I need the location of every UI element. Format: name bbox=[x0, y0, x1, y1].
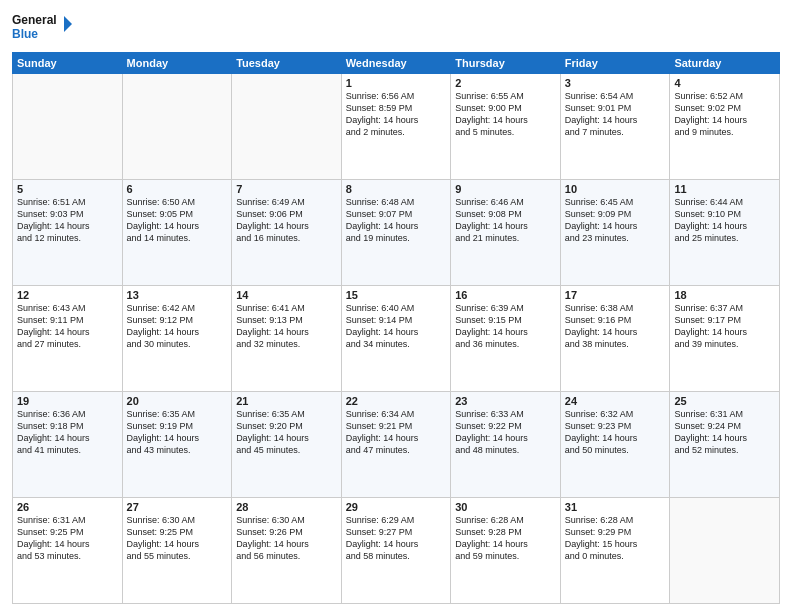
day-number: 1 bbox=[346, 77, 447, 89]
day-number: 11 bbox=[674, 183, 775, 195]
calendar-cell bbox=[670, 498, 780, 604]
calendar-cell: 31Sunrise: 6:28 AM Sunset: 9:29 PM Dayli… bbox=[560, 498, 670, 604]
day-number: 31 bbox=[565, 501, 666, 513]
calendar-cell: 27Sunrise: 6:30 AM Sunset: 9:25 PM Dayli… bbox=[122, 498, 232, 604]
calendar-cell: 22Sunrise: 6:34 AM Sunset: 9:21 PM Dayli… bbox=[341, 392, 451, 498]
cell-text: Sunrise: 6:56 AM Sunset: 8:59 PM Dayligh… bbox=[346, 90, 447, 139]
cell-text: Sunrise: 6:28 AM Sunset: 9:29 PM Dayligh… bbox=[565, 514, 666, 563]
calendar-cell: 18Sunrise: 6:37 AM Sunset: 9:17 PM Dayli… bbox=[670, 286, 780, 392]
cell-text: Sunrise: 6:55 AM Sunset: 9:00 PM Dayligh… bbox=[455, 90, 556, 139]
calendar-cell: 11Sunrise: 6:44 AM Sunset: 9:10 PM Dayli… bbox=[670, 180, 780, 286]
calendar-cell bbox=[122, 74, 232, 180]
cell-text: Sunrise: 6:33 AM Sunset: 9:22 PM Dayligh… bbox=[455, 408, 556, 457]
day-number: 7 bbox=[236, 183, 337, 195]
calendar-cell: 10Sunrise: 6:45 AM Sunset: 9:09 PM Dayli… bbox=[560, 180, 670, 286]
calendar-cell: 19Sunrise: 6:36 AM Sunset: 9:18 PM Dayli… bbox=[13, 392, 123, 498]
day-number: 10 bbox=[565, 183, 666, 195]
weekday-header-row: SundayMondayTuesdayWednesdayThursdayFrid… bbox=[13, 53, 780, 74]
cell-text: Sunrise: 6:49 AM Sunset: 9:06 PM Dayligh… bbox=[236, 196, 337, 245]
cell-text: Sunrise: 6:40 AM Sunset: 9:14 PM Dayligh… bbox=[346, 302, 447, 351]
calendar-cell: 25Sunrise: 6:31 AM Sunset: 9:24 PM Dayli… bbox=[670, 392, 780, 498]
day-number: 14 bbox=[236, 289, 337, 301]
calendar-cell: 29Sunrise: 6:29 AM Sunset: 9:27 PM Dayli… bbox=[341, 498, 451, 604]
calendar-week-2: 5Sunrise: 6:51 AM Sunset: 9:03 PM Daylig… bbox=[13, 180, 780, 286]
day-number: 16 bbox=[455, 289, 556, 301]
cell-text: Sunrise: 6:31 AM Sunset: 9:25 PM Dayligh… bbox=[17, 514, 118, 563]
cell-text: Sunrise: 6:51 AM Sunset: 9:03 PM Dayligh… bbox=[17, 196, 118, 245]
calendar-cell: 3Sunrise: 6:54 AM Sunset: 9:01 PM Daylig… bbox=[560, 74, 670, 180]
day-number: 28 bbox=[236, 501, 337, 513]
calendar-cell bbox=[232, 74, 342, 180]
svg-marker-2 bbox=[64, 16, 72, 32]
weekday-header-wednesday: Wednesday bbox=[341, 53, 451, 74]
day-number: 9 bbox=[455, 183, 556, 195]
day-number: 26 bbox=[17, 501, 118, 513]
calendar-table: SundayMondayTuesdayWednesdayThursdayFrid… bbox=[12, 52, 780, 604]
weekday-header-saturday: Saturday bbox=[670, 53, 780, 74]
calendar-week-4: 19Sunrise: 6:36 AM Sunset: 9:18 PM Dayli… bbox=[13, 392, 780, 498]
day-number: 17 bbox=[565, 289, 666, 301]
calendar-cell: 2Sunrise: 6:55 AM Sunset: 9:00 PM Daylig… bbox=[451, 74, 561, 180]
day-number: 21 bbox=[236, 395, 337, 407]
calendar-cell: 16Sunrise: 6:39 AM Sunset: 9:15 PM Dayli… bbox=[451, 286, 561, 392]
day-number: 20 bbox=[127, 395, 228, 407]
calendar-cell: 7Sunrise: 6:49 AM Sunset: 9:06 PM Daylig… bbox=[232, 180, 342, 286]
cell-text: Sunrise: 6:31 AM Sunset: 9:24 PM Dayligh… bbox=[674, 408, 775, 457]
calendar-cell: 8Sunrise: 6:48 AM Sunset: 9:07 PM Daylig… bbox=[341, 180, 451, 286]
cell-text: Sunrise: 6:32 AM Sunset: 9:23 PM Dayligh… bbox=[565, 408, 666, 457]
header: General Blue bbox=[12, 10, 780, 46]
logo: General Blue bbox=[12, 10, 72, 46]
day-number: 24 bbox=[565, 395, 666, 407]
day-number: 27 bbox=[127, 501, 228, 513]
day-number: 25 bbox=[674, 395, 775, 407]
calendar-cell: 24Sunrise: 6:32 AM Sunset: 9:23 PM Dayli… bbox=[560, 392, 670, 498]
day-number: 19 bbox=[17, 395, 118, 407]
cell-text: Sunrise: 6:38 AM Sunset: 9:16 PM Dayligh… bbox=[565, 302, 666, 351]
day-number: 5 bbox=[17, 183, 118, 195]
cell-text: Sunrise: 6:36 AM Sunset: 9:18 PM Dayligh… bbox=[17, 408, 118, 457]
svg-text:Blue: Blue bbox=[12, 27, 38, 41]
day-number: 18 bbox=[674, 289, 775, 301]
calendar-cell: 30Sunrise: 6:28 AM Sunset: 9:28 PM Dayli… bbox=[451, 498, 561, 604]
calendar-cell: 12Sunrise: 6:43 AM Sunset: 9:11 PM Dayli… bbox=[13, 286, 123, 392]
calendar-cell: 20Sunrise: 6:35 AM Sunset: 9:19 PM Dayli… bbox=[122, 392, 232, 498]
day-number: 13 bbox=[127, 289, 228, 301]
cell-text: Sunrise: 6:45 AM Sunset: 9:09 PM Dayligh… bbox=[565, 196, 666, 245]
day-number: 12 bbox=[17, 289, 118, 301]
calendar-cell bbox=[13, 74, 123, 180]
cell-text: Sunrise: 6:44 AM Sunset: 9:10 PM Dayligh… bbox=[674, 196, 775, 245]
logo-svg: General Blue bbox=[12, 10, 72, 46]
page: General Blue SundayMondayTuesdayWednesda… bbox=[0, 0, 792, 612]
svg-text:General: General bbox=[12, 13, 57, 27]
weekday-header-sunday: Sunday bbox=[13, 53, 123, 74]
weekday-header-friday: Friday bbox=[560, 53, 670, 74]
calendar-cell: 14Sunrise: 6:41 AM Sunset: 9:13 PM Dayli… bbox=[232, 286, 342, 392]
calendar-cell: 21Sunrise: 6:35 AM Sunset: 9:20 PM Dayli… bbox=[232, 392, 342, 498]
cell-text: Sunrise: 6:28 AM Sunset: 9:28 PM Dayligh… bbox=[455, 514, 556, 563]
cell-text: Sunrise: 6:34 AM Sunset: 9:21 PM Dayligh… bbox=[346, 408, 447, 457]
cell-text: Sunrise: 6:29 AM Sunset: 9:27 PM Dayligh… bbox=[346, 514, 447, 563]
weekday-header-monday: Monday bbox=[122, 53, 232, 74]
cell-text: Sunrise: 6:35 AM Sunset: 9:20 PM Dayligh… bbox=[236, 408, 337, 457]
cell-text: Sunrise: 6:48 AM Sunset: 9:07 PM Dayligh… bbox=[346, 196, 447, 245]
cell-text: Sunrise: 6:37 AM Sunset: 9:17 PM Dayligh… bbox=[674, 302, 775, 351]
cell-text: Sunrise: 6:43 AM Sunset: 9:11 PM Dayligh… bbox=[17, 302, 118, 351]
weekday-header-thursday: Thursday bbox=[451, 53, 561, 74]
cell-text: Sunrise: 6:42 AM Sunset: 9:12 PM Dayligh… bbox=[127, 302, 228, 351]
calendar-cell: 13Sunrise: 6:42 AM Sunset: 9:12 PM Dayli… bbox=[122, 286, 232, 392]
calendar-cell: 4Sunrise: 6:52 AM Sunset: 9:02 PM Daylig… bbox=[670, 74, 780, 180]
cell-text: Sunrise: 6:41 AM Sunset: 9:13 PM Dayligh… bbox=[236, 302, 337, 351]
calendar-cell: 6Sunrise: 6:50 AM Sunset: 9:05 PM Daylig… bbox=[122, 180, 232, 286]
calendar-cell: 17Sunrise: 6:38 AM Sunset: 9:16 PM Dayli… bbox=[560, 286, 670, 392]
cell-text: Sunrise: 6:52 AM Sunset: 9:02 PM Dayligh… bbox=[674, 90, 775, 139]
cell-text: Sunrise: 6:35 AM Sunset: 9:19 PM Dayligh… bbox=[127, 408, 228, 457]
calendar-cell: 1Sunrise: 6:56 AM Sunset: 8:59 PM Daylig… bbox=[341, 74, 451, 180]
cell-text: Sunrise: 6:39 AM Sunset: 9:15 PM Dayligh… bbox=[455, 302, 556, 351]
calendar-cell: 23Sunrise: 6:33 AM Sunset: 9:22 PM Dayli… bbox=[451, 392, 561, 498]
calendar-cell: 9Sunrise: 6:46 AM Sunset: 9:08 PM Daylig… bbox=[451, 180, 561, 286]
calendar-cell: 5Sunrise: 6:51 AM Sunset: 9:03 PM Daylig… bbox=[13, 180, 123, 286]
weekday-header-tuesday: Tuesday bbox=[232, 53, 342, 74]
day-number: 23 bbox=[455, 395, 556, 407]
day-number: 8 bbox=[346, 183, 447, 195]
day-number: 2 bbox=[455, 77, 556, 89]
